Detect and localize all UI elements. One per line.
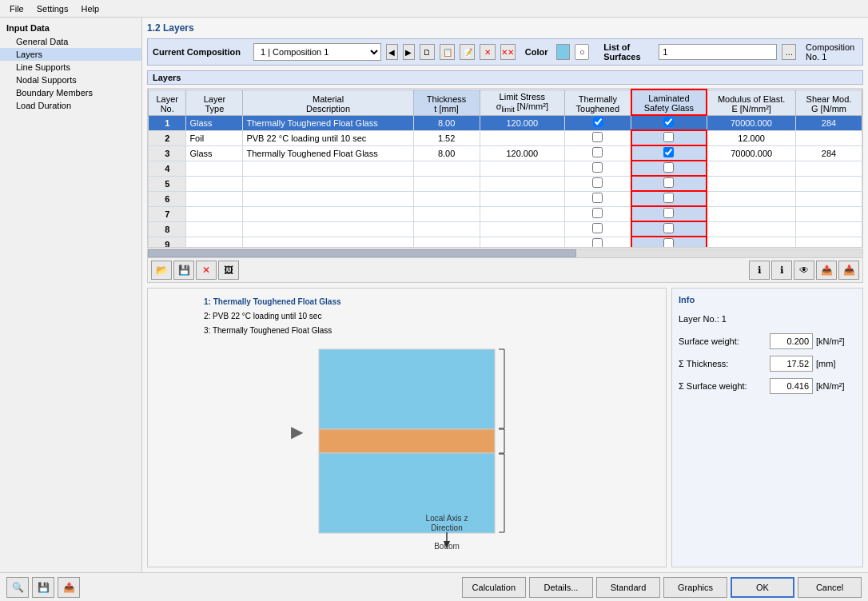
color-circle[interactable]: ○ xyxy=(575,44,589,60)
table-cell: 120.000 xyxy=(480,145,565,161)
table-cell[interactable] xyxy=(565,176,631,191)
checkbox[interactable] xyxy=(663,238,674,248)
sidebar-item-nodal-supports[interactable]: Nodal Supports xyxy=(0,74,141,86)
table-cell[interactable] xyxy=(631,115,707,130)
info-thickness-row: Σ Thickness: 17.52 [mm] xyxy=(679,356,856,372)
table-cell xyxy=(480,161,565,176)
table-cell[interactable] xyxy=(631,191,707,206)
import-btn[interactable]: 📥 xyxy=(838,261,859,280)
checkbox[interactable] xyxy=(592,162,603,173)
nav-arrow[interactable]: ▶ xyxy=(291,423,304,440)
prev-btn[interactable]: ◀ xyxy=(386,44,398,60)
ok-btn[interactable]: OK xyxy=(731,577,794,598)
table-cell[interactable] xyxy=(565,130,631,145)
del-row-btn[interactable]: ✕ xyxy=(196,261,217,280)
standard-btn[interactable]: Standard xyxy=(596,577,660,598)
footer-icon-2[interactable]: 💾 xyxy=(32,577,54,598)
sidebar-item-general-data[interactable]: General Data xyxy=(0,35,141,48)
sidebar-item-load-duration[interactable]: Load Duration xyxy=(0,99,141,112)
menu-help[interactable]: Help xyxy=(74,2,106,15)
checkbox[interactable] xyxy=(663,117,674,127)
col-header-material: MaterialDescription xyxy=(243,90,413,115)
copy-btn[interactable]: 🗋 xyxy=(420,44,435,60)
delete-btn[interactable]: ✕ xyxy=(480,44,495,60)
table-cell[interactable] xyxy=(565,206,631,221)
table-row[interactable]: 1GlassThermally Toughened Float Glass8.0… xyxy=(149,115,862,130)
checkbox[interactable] xyxy=(592,147,603,157)
checkbox[interactable] xyxy=(592,193,603,203)
layers-table-container[interactable]: LayerNo. LayerType MaterialDescription T… xyxy=(147,88,863,248)
rename-btn[interactable]: 📝 xyxy=(460,44,475,60)
checkbox[interactable] xyxy=(663,208,674,218)
checkbox[interactable] xyxy=(592,238,603,248)
table-row[interactable]: 5 xyxy=(149,176,862,191)
calculation-btn[interactable]: Calculation xyxy=(462,577,526,598)
graphics-btn[interactable]: Graphics xyxy=(663,577,727,598)
color-box[interactable] xyxy=(556,44,571,60)
composition-select[interactable]: 1 | Composition 1 xyxy=(253,43,381,61)
table-row[interactable]: 6 xyxy=(149,191,862,206)
footer-icon-1[interactable]: 🔍 xyxy=(6,577,29,598)
cancel-btn[interactable]: Cancel xyxy=(798,577,862,598)
delete-all-btn[interactable]: ✕✕ xyxy=(500,44,516,60)
table-cell[interactable] xyxy=(631,221,707,237)
table-cell[interactable] xyxy=(565,115,631,130)
table-cell[interactable] xyxy=(631,176,707,191)
table-cell[interactable] xyxy=(631,206,707,221)
browse-surface-btn[interactable]: … xyxy=(782,44,796,60)
checkbox[interactable] xyxy=(592,132,603,142)
table-cell[interactable] xyxy=(631,130,707,145)
export-btn[interactable]: 📤 xyxy=(816,261,837,280)
table-cell xyxy=(186,206,243,221)
checkbox[interactable] xyxy=(663,132,674,142)
table-cell[interactable] xyxy=(565,161,631,176)
info2-btn[interactable]: ℹ xyxy=(771,261,792,280)
table-cell[interactable] xyxy=(565,191,631,206)
checkbox[interactable] xyxy=(663,223,674,233)
table-cell: 2 xyxy=(149,130,186,145)
menu-settings[interactable]: Settings xyxy=(30,2,75,15)
horizontal-scrollbar[interactable] xyxy=(147,249,863,258)
checkbox[interactable] xyxy=(592,223,603,233)
menu-file[interactable]: File xyxy=(3,2,30,15)
checkbox[interactable] xyxy=(663,177,674,188)
table-row[interactable]: 7 xyxy=(149,206,862,221)
checkbox[interactable] xyxy=(663,193,674,203)
checkbox[interactable] xyxy=(663,162,674,173)
bottom-panel: 1: Thermally Toughened Float Glass 2: PV… xyxy=(147,288,863,567)
table-cell[interactable] xyxy=(565,221,631,237)
checkbox[interactable] xyxy=(593,117,603,127)
checkbox[interactable] xyxy=(663,147,674,157)
table-row[interactable]: 2FoilPVB 22 °C loading until 10 sec1.521… xyxy=(149,130,862,145)
table-cell[interactable] xyxy=(565,237,631,248)
save-btn[interactable]: 💾 xyxy=(173,261,194,280)
table-cell[interactable] xyxy=(631,161,707,176)
surface-input[interactable] xyxy=(659,44,777,60)
legend-item-3: 3: Thermally Toughened Float Glass xyxy=(204,324,659,338)
view-btn[interactable]: 👁 xyxy=(794,261,814,280)
checkbox[interactable] xyxy=(592,177,603,188)
table-cell: 3 xyxy=(149,145,186,161)
next-btn[interactable]: ▶ xyxy=(403,44,415,60)
table-cell[interactable] xyxy=(565,145,631,161)
sidebar-item-line-supports[interactable]: Line Supports xyxy=(0,61,141,74)
table-cell[interactable] xyxy=(631,145,707,161)
table-row[interactable]: 8 xyxy=(149,221,862,237)
table-cell[interactable] xyxy=(631,237,707,248)
sidebar-item-layers[interactable]: Layers xyxy=(0,48,141,61)
checkbox[interactable] xyxy=(592,208,603,218)
sidebar-item-boundary-members[interactable]: Boundary Members xyxy=(0,86,141,99)
open-btn[interactable]: 📂 xyxy=(151,261,172,280)
info-title: Info xyxy=(679,295,856,304)
section-title: 1.2 Layers xyxy=(147,22,863,34)
paste-btn[interactable]: 📋 xyxy=(440,44,455,60)
legend-item-2: 2: PVB 22 °C loading until 10 sec xyxy=(204,309,659,324)
details-btn[interactable]: Details... xyxy=(529,577,593,598)
table-row[interactable]: 4 xyxy=(149,161,862,176)
footer-icon-3[interactable]: 📤 xyxy=(58,577,80,598)
table-cell xyxy=(480,176,565,191)
image-btn[interactable]: 🖼 xyxy=(218,261,239,280)
table-row[interactable]: 9 xyxy=(149,237,862,248)
table-row[interactable]: 3GlassThermally Toughened Float Glass8.0… xyxy=(149,145,862,161)
info-btn[interactable]: ℹ xyxy=(749,261,770,280)
